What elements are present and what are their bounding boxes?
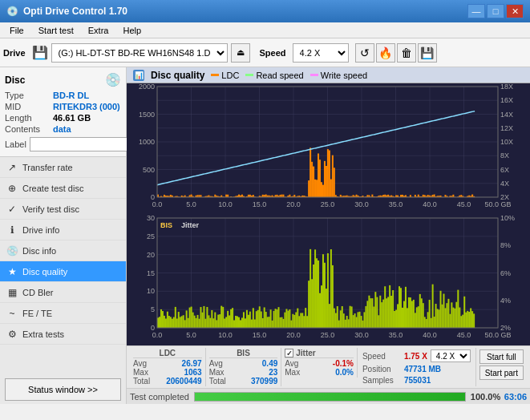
length-key: Length: [5, 113, 53, 123]
type-val: BD-R DL: [53, 91, 89, 100]
disc-header-label: Disc: [5, 75, 25, 86]
ldc-avg-val: 26.97: [182, 359, 202, 368]
jitter-checkbox[interactable]: ✓: [285, 349, 293, 357]
verify-test-disc-label: Verify test disc: [22, 204, 79, 214]
disc-info-label: Disc info: [22, 246, 56, 256]
sidebar-item-drive-info[interactable]: ℹ Drive info: [0, 220, 126, 240]
bis-stats-col: BIS Avg 0.49 Max 23 Total 370999: [206, 348, 282, 386]
titlebar: 💿 Opti Drive Control 1.70 — □ ✕: [0, 0, 530, 22]
start-full-button[interactable]: Start full: [479, 349, 524, 364]
bis-total-label: Total: [209, 377, 226, 386]
extra-tests-label: Extra tests: [22, 329, 64, 339]
read-legend-label: Read speed: [256, 71, 303, 80]
bis-total-val: 370999: [251, 377, 277, 386]
top-chart: [127, 83, 530, 215]
progress-percent: 100.0%: [471, 392, 500, 402]
drive-select[interactable]: (G:) HL-DT-ST BD-RE WH16NS48 1.D3: [51, 43, 228, 63]
ldc-stats-header: LDC: [133, 349, 202, 358]
drive-label: Drive: [3, 48, 26, 58]
ldc-avg-label: Avg: [133, 359, 147, 368]
menu-extra[interactable]: Extra: [82, 24, 115, 37]
window-controls: — □ ✕: [467, 4, 524, 18]
erase-button[interactable]: 🗑: [397, 43, 416, 63]
speed-dropdown[interactable]: 4.2 X: [431, 349, 471, 362]
chart-title: Disc quality: [151, 70, 204, 81]
bis-stats-header: BIS: [209, 349, 278, 358]
speed-value: 1.75 X: [404, 352, 427, 361]
start-part-button[interactable]: Start part: [479, 365, 524, 380]
disc-panel: Disc 💿 Type BD-R DL MID RITEKDR3 (000) L…: [0, 67, 126, 157]
speed-select[interactable]: 4.2 X: [293, 43, 349, 63]
type-key: Type: [5, 91, 53, 100]
drive-info-label: Drive info: [22, 225, 59, 235]
sidebar-item-extra-tests[interactable]: ⚙ Extra tests: [0, 324, 126, 345]
cd-bler-icon: ▦: [6, 287, 18, 298]
bis-max-label: Max: [209, 368, 225, 377]
charts-wrapper: [127, 83, 530, 345]
eject-button[interactable]: ⏏: [231, 43, 250, 63]
minimize-button[interactable]: —: [467, 4, 485, 18]
transfer-rate-icon: ↗: [6, 162, 18, 173]
sidebar-item-disc-info[interactable]: 💿 Disc info: [0, 240, 126, 261]
sidebar-item-disc-quality[interactable]: ★ Disc quality: [0, 261, 126, 282]
length-val: 46.61 GB: [53, 113, 91, 123]
chart-header: 📊 Disc quality LDC Read speed Write spee…: [127, 67, 530, 83]
drive-info-icon: ℹ: [6, 224, 18, 236]
label-key: Label: [5, 139, 26, 149]
close-button[interactable]: ✕: [506, 4, 524, 18]
right-panel: 📊 Disc quality LDC Read speed Write spee…: [127, 67, 530, 404]
cd-bler-label: CD Bler: [22, 288, 54, 297]
disc-quality-icon: ★: [6, 266, 18, 277]
mid-val: RITEKDR3 (000): [53, 102, 120, 111]
ldc-total-label: Total: [133, 377, 150, 386]
contents-key: Contents: [5, 124, 53, 134]
menu-help[interactable]: Help: [116, 24, 148, 37]
write-speed-legend: Write speed: [310, 71, 368, 80]
chart-icon: 📊: [133, 70, 144, 81]
sidebar-item-cd-bler[interactable]: ▦ CD Bler: [0, 282, 126, 303]
action-buttons: Start full Start part: [476, 348, 527, 382]
bis-avg-label: Avg: [209, 359, 223, 368]
create-test-disc-label: Create test disc: [22, 184, 83, 193]
speed-pos-panel: Speed 1.75 X 4.2 X Position 47731 MB Sam…: [358, 348, 476, 386]
bottom-chart: [127, 215, 530, 345]
position-label: Position: [362, 365, 401, 374]
bis-max-val: 23: [269, 368, 277, 377]
menu-start-test[interactable]: Start test: [32, 24, 80, 37]
refresh-button[interactable]: ↺: [355, 43, 374, 63]
fe-te-icon: ~: [6, 308, 18, 319]
top-chart-canvas: [127, 83, 530, 215]
jitter-avg-val: -0.1%: [333, 359, 354, 368]
drive-icon: 💾: [32, 45, 48, 60]
sidebar-item-verify-test-disc[interactable]: ✓ Verify test disc: [0, 199, 126, 220]
mid-key: MID: [5, 102, 53, 111]
maximize-button[interactable]: □: [487, 4, 504, 18]
write-legend-label: Write speed: [321, 71, 368, 80]
bottom-chart-canvas: [127, 215, 530, 345]
sidebar-item-create-test-disc[interactable]: ⊕ Create test disc: [0, 178, 126, 199]
speed-label-text: Speed: [362, 352, 401, 361]
save-button[interactable]: 💾: [418, 43, 437, 63]
speed-label: Speed: [260, 48, 286, 58]
burn-button[interactable]: 🔥: [376, 43, 395, 63]
window-title: 💿 Opti Drive Control 1.70: [6, 6, 127, 17]
progress-fill: [195, 393, 465, 401]
ldc-total-val: 20600449: [166, 377, 202, 386]
jitter-max-val: 0.0%: [335, 368, 354, 377]
disc-info-icon: 💿: [6, 245, 18, 256]
jitter-stats-header: ✓ Jitter: [285, 349, 354, 358]
jitter-max-label: Max: [285, 368, 300, 377]
sidebar-item-fe-te[interactable]: ~ FE / TE: [0, 303, 126, 324]
toolbar: Drive 💾 (G:) HL-DT-ST BD-RE WH16NS48 1.D…: [0, 38, 530, 67]
status-window-button[interactable]: Status window >>: [5, 378, 121, 401]
ldc-legend-dot: [211, 74, 219, 76]
ldc-legend-label: LDC: [221, 71, 239, 80]
sidebar-item-transfer-rate[interactable]: ↗ Transfer rate: [0, 157, 126, 178]
disc-header-icon: 💿: [105, 72, 121, 87]
progress-label: Test completed: [130, 392, 189, 402]
contents-val: data: [53, 124, 71, 134]
samples-value: 755031: [404, 376, 431, 385]
jitter-avg-label: Avg: [285, 359, 298, 368]
read-speed-legend: Read speed: [245, 71, 303, 80]
menu-file[interactable]: File: [3, 24, 30, 37]
